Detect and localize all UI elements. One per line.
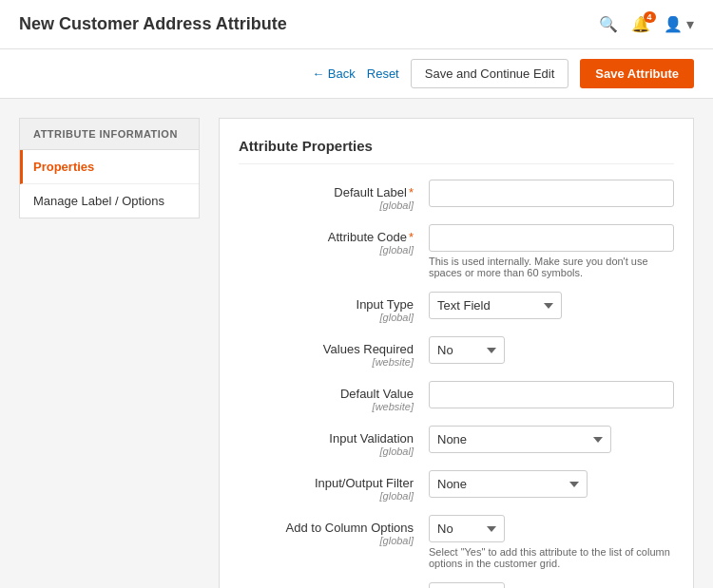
reset-button[interactable]: Reset xyxy=(367,66,399,81)
form-area: Attribute Properties Default Label* [glo… xyxy=(219,118,694,588)
notification-badge: 4 xyxy=(644,11,656,23)
page-title-area: New Customer Address Attribute xyxy=(19,14,287,34)
label-input-type: Input Type xyxy=(356,297,414,312)
action-bar: ← Back Reset Save and Continue Edit Save… xyxy=(0,49,713,99)
required-star: * xyxy=(409,185,414,199)
scope-add-column-options: [global] xyxy=(239,535,414,546)
scope-default-label: [global] xyxy=(239,199,414,211)
scope-default-value: [website] xyxy=(239,401,414,412)
sidebar: ATTRIBUTE INFORMATION Properties Manage … xyxy=(19,118,200,588)
label-input-validation: Input Validation xyxy=(329,431,414,446)
label-attribute-code: Attribute Code* xyxy=(328,230,414,244)
search-icon: 🔍 xyxy=(599,16,618,32)
field-default-label: Default Label* [global] xyxy=(239,180,674,211)
sidebar-item-properties[interactable]: Properties xyxy=(20,150,199,184)
sidebar-section-title: ATTRIBUTE INFORMATION xyxy=(19,118,200,150)
field-input-output-filter: Input/Output Filter [global] None Strip … xyxy=(239,470,674,502)
save-continue-button[interactable]: Save and Continue Edit xyxy=(411,59,569,88)
dropdown-icon: ▾ xyxy=(686,16,694,32)
sidebar-item-manage-label[interactable]: Manage Label / Options xyxy=(20,184,199,218)
select-values-required[interactable]: No Yes xyxy=(429,336,505,364)
scope-input-validation: [global] xyxy=(239,446,414,457)
required-star-2: * xyxy=(409,230,414,244)
field-default-value: Default Value [website] xyxy=(239,381,674,412)
field-values-required: Values Required [website] No Yes xyxy=(239,336,674,368)
header-icons: 🔍 🔔 4 👤 ▾ xyxy=(599,15,694,33)
field-add-column-options: Add to Column Options [global] No Yes Se… xyxy=(239,515,674,569)
select-add-column-options[interactable]: No Yes xyxy=(429,515,505,542)
input-default-label[interactable] xyxy=(429,180,674,207)
input-default-value[interactable] xyxy=(429,381,674,408)
select-input-type[interactable]: Text Field Text Area Date Yes/No Multipl… xyxy=(429,292,562,319)
label-default-value: Default Value xyxy=(340,387,414,401)
field-use-filter-options: Use in Filter Options [global] No Yes Se… xyxy=(239,582,674,588)
field-input-validation: Input Validation [global] None Alphanume… xyxy=(239,426,674,457)
label-input-output-filter: Input/Output Filter xyxy=(315,476,414,490)
scope-input-output-filter: [global] xyxy=(239,490,414,502)
scope-attribute-code: [global] xyxy=(239,244,414,256)
select-input-validation[interactable]: None Alphanumeric Alphanumeric with Spac… xyxy=(429,426,611,453)
select-input-output-filter[interactable]: None Strip HTML Tags Escape HTML Entitie… xyxy=(429,470,588,498)
save-attribute-button[interactable]: Save Attribute xyxy=(580,59,694,88)
hint-add-column-options: Select "Yes" to add this attribute to th… xyxy=(429,546,674,569)
notification-button[interactable]: 🔔 4 xyxy=(631,15,650,33)
user-icon: 👤 xyxy=(664,16,683,32)
back-button[interactable]: ← Back xyxy=(312,66,356,81)
label-values-required: Values Required xyxy=(323,342,414,356)
input-attribute-code[interactable] xyxy=(429,224,674,252)
scope-input-type: [global] xyxy=(239,312,414,323)
select-use-filter-options[interactable]: No Yes xyxy=(429,582,505,588)
top-header: New Customer Address Attribute 🔍 🔔 4 👤 ▾ xyxy=(0,0,713,49)
scope-values-required: [website] xyxy=(239,356,414,368)
user-button[interactable]: 👤 ▾ xyxy=(664,15,694,33)
label-add-column-options: Add to Column Options xyxy=(286,521,414,535)
label-default-label: Default Label* xyxy=(334,185,414,199)
form-section-title: Attribute Properties xyxy=(239,138,674,164)
main-content: ATTRIBUTE INFORMATION Properties Manage … xyxy=(0,99,713,588)
sidebar-nav: Properties Manage Label / Options xyxy=(19,150,200,218)
search-button[interactable]: 🔍 xyxy=(599,15,618,33)
field-input-type: Input Type [global] Text Field Text Area… xyxy=(239,292,674,323)
field-attribute-code: Attribute Code* [global] This is used in… xyxy=(239,224,674,278)
hint-attribute-code: This is used internally. Make sure you d… xyxy=(429,256,674,278)
page-title: New Customer Address Attribute xyxy=(19,14,287,34)
